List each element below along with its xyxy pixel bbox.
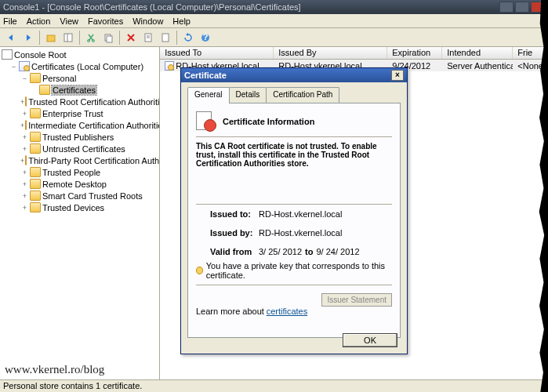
up-button[interactable]: [43, 30, 59, 45]
expand-icon[interactable]: +: [20, 204, 29, 212]
issued-to-value: RD-Host.vkernel.local: [259, 209, 342, 219]
expand-icon[interactable]: −: [9, 63, 18, 71]
issuer-statement-button: Issuer Statement: [321, 293, 392, 307]
expand-icon[interactable]: +: [20, 169, 29, 176]
key-icon: [196, 267, 203, 274]
tab-panel-general: × Certificate Information This CA Root c…: [187, 103, 401, 338]
tree-trusted-publishers[interactable]: Trusted Publishers: [42, 132, 114, 142]
separator: [196, 136, 392, 137]
svg-rect-0: [47, 35, 55, 42]
cert-info-heading: Certificate Information: [223, 117, 314, 126]
forward-button[interactable]: [20, 30, 36, 45]
expand-icon[interactable]: +: [20, 122, 24, 129]
learn-more-link[interactable]: certificates: [267, 307, 308, 316]
tree-smart-card-roots[interactable]: Smart Card Trusted Roots: [42, 191, 143, 201]
folder-icon: [30, 179, 41, 189]
expand-icon[interactable]: +: [20, 133, 29, 141]
tree-certificates[interactable]: Certificates: [52, 85, 96, 95]
tree-remote-desktop[interactable]: Remote Desktop: [42, 180, 107, 189]
menu-help[interactable]: Help: [172, 16, 191, 26]
expand-icon[interactable]: +: [20, 192, 29, 200]
svg-rect-6: [107, 36, 112, 42]
expand-icon[interactable]: +: [20, 180, 29, 188]
console-root-icon: [2, 49, 13, 60]
tree-certs-local[interactable]: Certificates (Local Computer): [31, 62, 143, 71]
col-purpose[interactable]: Intended Purposes: [442, 47, 513, 59]
col-expiration[interactable]: Expiration Date: [387, 47, 442, 59]
folder-icon: [30, 191, 41, 201]
folder-icon: [25, 96, 27, 107]
folder-icon: [25, 155, 27, 165]
valid-to-label: to: [305, 247, 313, 256]
window-title: Console1 - [Console Root\Certificates (L…: [3, 2, 301, 12]
copy-button[interactable]: [100, 30, 116, 45]
tree-pane[interactable]: Console Root −Certificates (Local Comput…: [0, 47, 160, 379]
tree-third-party-root-ca[interactable]: Third-Party Root Certification Authoriti…: [28, 156, 160, 165]
cert-icon: [165, 61, 174, 71]
expand-icon[interactable]: +: [20, 145, 29, 153]
tab-general[interactable]: General: [187, 87, 230, 103]
private-key-note: You have a private key that corresponds …: [206, 261, 392, 280]
back-button[interactable]: [3, 30, 19, 45]
folder-icon: [30, 143, 41, 154]
menu-file[interactable]: File: [3, 16, 17, 26]
expand-icon[interactable]: +: [20, 98, 24, 106]
ok-button[interactable]: OK: [343, 333, 397, 347]
tree-console-root[interactable]: Console Root: [14, 50, 67, 60]
tree-intermediate-ca[interactable]: Intermediate Certification Authorities: [28, 121, 160, 130]
tab-cert-path[interactable]: Certification Path: [266, 87, 339, 103]
svg-text:?: ?: [203, 32, 209, 42]
cell-purpose: Server Authentication: [442, 61, 513, 71]
cert-store-icon: [19, 61, 30, 71]
col-issued-to[interactable]: Issued To: [160, 47, 274, 59]
expand-icon[interactable]: +: [20, 110, 29, 118]
refresh-button[interactable]: [180, 30, 196, 45]
cert-warning-text: This CA Root certificate is not trusted.…: [196, 142, 392, 168]
window-title-bar: Console1 - [Console Root\Certificates (L…: [0, 0, 548, 14]
menu-window[interactable]: Window: [132, 16, 163, 26]
separator: [196, 285, 392, 285]
list-header: Issued To Issued By Expiration Date Inte…: [160, 47, 548, 60]
folder-icon: [30, 108, 41, 118]
cut-button[interactable]: [83, 30, 99, 45]
tab-details[interactable]: Details: [229, 87, 267, 103]
tree-trusted-root-ca[interactable]: Trusted Root Certification Authorities: [28, 97, 160, 107]
issued-to-label: Issued to:: [210, 209, 259, 219]
tree-personal[interactable]: Personal: [42, 74, 76, 83]
status-text: Personal store contains 1 certificate.: [3, 381, 142, 390]
menu-view[interactable]: View: [60, 16, 78, 26]
tree-enterprise-trust[interactable]: Enterprise Trust: [42, 109, 103, 118]
svg-rect-1: [64, 34, 72, 42]
expand-icon[interactable]: +: [20, 157, 24, 165]
dialog-tabs: General Details Certification Path: [187, 87, 401, 103]
expand-icon[interactable]: −: [20, 74, 29, 82]
tree-trusted-people[interactable]: Trusted People: [42, 168, 100, 177]
folder-icon: [30, 167, 41, 177]
folder-icon: [30, 202, 41, 212]
minimize-button[interactable]: [499, 2, 514, 13]
valid-from-label: Valid from: [210, 247, 259, 256]
cert-error-icon: ×: [196, 111, 216, 132]
certificate-dialog: Certificate × General Details Certificat…: [180, 67, 408, 354]
dialog-title: Certificate: [184, 71, 227, 80]
separator: [196, 204, 392, 205]
watermark: www.vkernel.ro/blog: [5, 363, 104, 376]
dialog-close-button[interactable]: ×: [391, 70, 404, 81]
help-button[interactable]: ?: [198, 30, 213, 45]
properties-button[interactable]: [140, 30, 156, 45]
menu-favorites[interactable]: Favorites: [88, 16, 123, 26]
tree-untrusted-certs[interactable]: Untrusted Certificates: [42, 144, 125, 154]
valid-to-value: 9/ 24/ 2012: [316, 247, 359, 256]
col-issued-by[interactable]: Issued By: [274, 47, 387, 59]
show-hide-button[interactable]: [60, 30, 76, 45]
maximize-button[interactable]: [515, 2, 529, 13]
delete-button[interactable]: [123, 30, 139, 45]
export-button[interactable]: [158, 30, 173, 45]
folder-icon: [25, 120, 27, 130]
folder-icon: [30, 73, 41, 83]
status-bar: Personal store contains 1 certificate.: [0, 379, 548, 392]
dialog-title-bar[interactable]: Certificate ×: [181, 68, 407, 82]
tree-trusted-devices[interactable]: Trusted Devices: [42, 203, 104, 212]
menu-action[interactable]: Action: [27, 16, 51, 26]
svg-rect-10: [162, 34, 169, 42]
